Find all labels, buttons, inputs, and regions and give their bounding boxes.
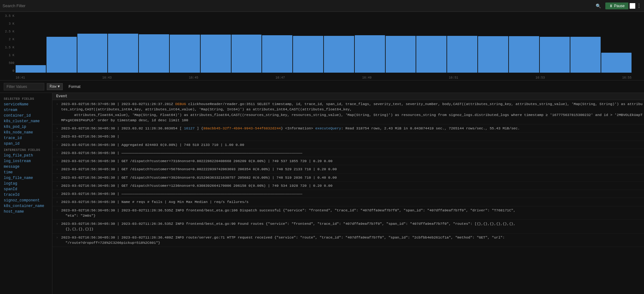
more-options-button[interactable]: ⋮ <box>637 3 642 9</box>
sidebar-item-spanid[interactable]: spanId <box>0 186 52 192</box>
chart-bar <box>46 37 77 73</box>
y-label: 0 <box>2 69 14 73</box>
chart-area: 3.5 K 3 K 2.5 K 2 K 1.5 K 1 K 500 0 16:4… <box>0 12 644 80</box>
chart-bar <box>232 35 262 73</box>
chart-bar <box>447 36 477 73</box>
log-text: 2023-03-02T16:56:36+05:30 | <box>61 134 643 139</box>
log-entry[interactable]: › 2023-03-02T16:56:36+05:30 | GET /dispa… <box>52 157 644 165</box>
log-text: 2023-03-02T16:56:36+05:30 | GET /dispatc… <box>61 183 643 188</box>
chart-bar-group[interactable] <box>201 35 231 73</box>
raw-label: Raw <box>50 84 56 89</box>
log-entry[interactable]: › 2023-03-02T16:56:36+05:30 | 2023.03.02… <box>52 124 644 133</box>
chart-bar <box>139 34 169 73</box>
pause-button[interactable]: ⏸ Pause <box>605 2 628 9</box>
chart-bar <box>416 36 446 73</box>
sidebar-item-k8s-container-name[interactable]: k8s_container_name <box>0 203 52 209</box>
sidebar-item-traceid[interactable]: traceId <box>0 192 52 198</box>
log-entry[interactable]: › 2023-03-02T16:56:37+05:30 | 2023-03-02… <box>52 100 644 124</box>
sidebar-item-host-name[interactable]: host_name <box>0 209 52 214</box>
y-label: 1 K <box>2 54 14 57</box>
chart-bar <box>478 36 508 73</box>
sidebar-item-message[interactable]: message <box>0 164 52 170</box>
stop-button[interactable] <box>630 3 635 9</box>
chart-bar-group[interactable] <box>601 53 632 73</box>
log-text: 2023-03-02T16:56:36+05:30 | ————————————… <box>61 191 643 196</box>
log-text: 2023-03-02T16:56:36+05:30 | GET /dispatc… <box>61 158 643 164</box>
filter-values-input[interactable] <box>4 83 44 90</box>
chart-bar <box>293 36 323 73</box>
chart-bar-group[interactable] <box>293 36 323 73</box>
sidebar-item-k8s-cluster-name[interactable]: k8s_cluster_name <box>0 118 52 124</box>
sidebar-item-stream[interactable]: stream <box>0 107 52 113</box>
log-entry[interactable]: › 2023-03-02T16:56:36+05:30 | GET /dispa… <box>52 165 644 173</box>
search-bar: 🔍 ⏸ Pause ⋮ <box>0 0 644 12</box>
log-text: 2023-03-02T16:56:36+05:30 | 2023.03.02 1… <box>61 126 643 131</box>
chart-bar-group[interactable] <box>540 37 570 73</box>
selected-fields-title: SELECTED FIELDS <box>0 95 52 102</box>
chevron-icon: › <box>56 208 60 219</box>
log-entry[interactable]: › 2023-03-02T16:56:36+05:30 | <box>52 133 644 141</box>
chevron-icon: › <box>56 166 60 172</box>
search-button[interactable]: 🔍 <box>594 3 603 9</box>
main-content: SELECTED FIELDS serviceName stream conta… <box>0 93 644 294</box>
chart-bar-group[interactable] <box>232 35 262 73</box>
sidebar-item-span-id[interactable]: span_id <box>0 141 52 147</box>
log-text: 2023-03-02T16:56:36+05:30 | 2023-03-02T1… <box>61 208 643 219</box>
chart-bar <box>509 36 539 73</box>
chart-bar-group[interactable] <box>386 36 416 73</box>
sidebar-item-log-file-name[interactable]: log_file_name <box>0 175 52 181</box>
log-entry[interactable]: › 2023-03-02T16:56:36+05:30 | ——————————… <box>52 190 644 198</box>
sidebar-item-k8s-node-name[interactable]: k8s_node_name <box>0 130 52 135</box>
sidebar-item-servicename[interactable]: serviceName <box>0 102 52 107</box>
chart-bar-group[interactable] <box>509 36 539 73</box>
sidebar-item-log-iostream[interactable]: log_iostream <box>0 158 52 164</box>
chart-bar-group[interactable] <box>108 34 138 73</box>
sidebar-item-time[interactable]: time <box>0 170 52 175</box>
chart-bar <box>324 36 354 73</box>
chart-bar <box>570 37 601 73</box>
chart-bar-group[interactable] <box>139 34 169 73</box>
sidebar-item-k8s-pod-ip[interactable]: k8s_pod_ip <box>0 124 52 130</box>
x-label: 16:55 <box>622 76 632 80</box>
sidebar-item-trace-id[interactable]: trace_id <box>0 135 52 141</box>
chart-bar-group[interactable] <box>170 35 200 73</box>
chevron-icon: › <box>56 142 60 147</box>
chart-bar <box>16 65 46 73</box>
chart-bar-group[interactable] <box>46 37 77 73</box>
raw-dropdown[interactable]: Raw ▼ <box>47 83 63 90</box>
log-text: 2023-03-02T16:56:37+05:30 | 2023-03-02T1… <box>61 101 643 123</box>
log-entry[interactable]: › 2023-03-02T16:56:36+05:30 | Aggregated… <box>52 141 644 149</box>
sidebar-item-container-id[interactable]: container_id <box>0 113 52 118</box>
sidebar-item-log-file-path[interactable]: log_file_path <box>0 153 52 158</box>
log-entry[interactable]: › 2023-03-02T16:56:36+05:30 | GET /dispa… <box>52 182 644 190</box>
chart-bar-group[interactable] <box>262 35 292 73</box>
chart-bar-group[interactable] <box>447 36 477 73</box>
chevron-icon: › <box>56 199 60 205</box>
search-input[interactable] <box>2 3 591 8</box>
log-entry[interactable]: › 2023-03-02T16:56:36+05:30 | 2023-03-02… <box>52 206 644 220</box>
chart-bars <box>16 14 632 73</box>
chart-bar-group[interactable] <box>570 37 601 73</box>
chart-bar <box>77 34 108 73</box>
format-button[interactable]: Format <box>65 83 84 90</box>
x-label: 16:45 <box>189 76 198 80</box>
chart-bar-group[interactable] <box>324 36 354 73</box>
sidebar-item-logtag[interactable]: logtag <box>0 181 52 186</box>
log-entry[interactable]: › 2023-03-02T16:56:36+05:30 | Name # req… <box>52 198 644 206</box>
chart-bar <box>355 35 385 73</box>
chart-bar-group[interactable] <box>416 36 446 73</box>
chart-bar <box>386 36 416 73</box>
log-text: 2023-03-02T16:56:36+05:30 | 2023-03-02T1… <box>61 235 643 246</box>
sidebar-item-signoz-component[interactable]: signoz_component <box>0 198 52 203</box>
log-entry[interactable]: › 2023-03-02T16:56:36+05:30 | 2023-03-02… <box>52 220 644 234</box>
chart-bar-group[interactable] <box>77 34 108 73</box>
chevron-icon: › <box>56 150 60 156</box>
chart-bar-group[interactable] <box>16 65 46 73</box>
chart-bar-group[interactable] <box>355 35 385 73</box>
log-area: Event › 2023-03-02T16:56:37+05:30 | 2023… <box>52 93 644 294</box>
chart-bar-group[interactable] <box>478 36 508 73</box>
pause-icon: ⏸ <box>609 4 613 8</box>
log-entry[interactable]: › 2023-03-02T16:56:36+05:30 | ——————————… <box>52 149 644 157</box>
log-entry[interactable]: › 2023-03-02T16:56:36+05:30 | 2023-03-02… <box>52 234 644 247</box>
log-entry[interactable]: › 2023-03-02T16:56:36+05:30 | GET /dispa… <box>52 174 644 182</box>
